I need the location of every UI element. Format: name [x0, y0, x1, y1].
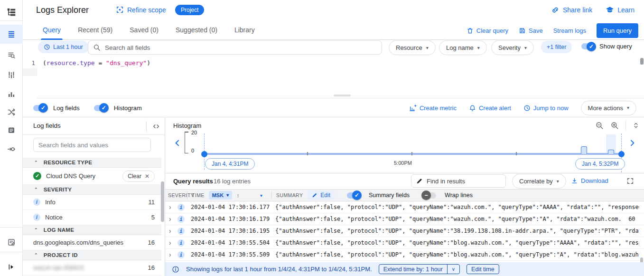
log-name-section-header[interactable]: ⌃ LOG NAME [23, 225, 161, 235]
axis-time-label: 5:00PM [394, 160, 412, 166]
collapse-expand-icon[interactable] [633, 122, 639, 129]
y-axis-min: 0 [191, 148, 194, 153]
summary-fields-toggle[interactable]: ✓ [347, 192, 360, 199]
expand-row-icon[interactable]: › [169, 227, 171, 235]
range-end-pill[interactable]: Jan 4, 5:32PM [575, 158, 625, 170]
nav-logs-storage-icon[interactable] [0, 121, 23, 140]
extra-filter-chip[interactable]: +1 filter [541, 41, 572, 53]
nav-log-router-icon[interactable] [0, 103, 23, 122]
query-editor[interactable]: 1 (resource.type = "dns_query") [23, 57, 644, 98]
time-column-header[interactable]: TIME [192, 192, 205, 198]
histogram-pan-right-icon[interactable] [627, 138, 637, 148]
learn-button[interactable]: Learn [606, 6, 635, 14]
save-button[interactable]: Save [519, 27, 543, 34]
summary-column-header[interactable]: SUMMARY [276, 192, 303, 198]
clear-query-button[interactable]: Clear query [467, 27, 508, 34]
nav-log-based-metrics-icon[interactable] [0, 66, 23, 85]
nav-logs-explorer-icon[interactable] [0, 25, 23, 44]
histogram-toggle[interactable]: ✓ [94, 105, 107, 111]
extend-time-button[interactable]: Extend time by: 1 hour ∨ [379, 264, 460, 274]
range-start-pill[interactable]: Jan 4, 4:31PM [205, 158, 255, 170]
log-row[interactable]: › i 2024-01-04 17:30:16.195 {"authAnswer… [165, 225, 644, 237]
project-id-section-header[interactable]: ⌃ PROJECT ID [23, 250, 161, 260]
create-alert-button[interactable]: Create alert [469, 105, 511, 112]
run-query-button[interactable]: Run query [597, 23, 638, 38]
download-button[interactable]: Download [571, 177, 608, 184]
wrap-lines-toggle[interactable]: − [423, 192, 436, 199]
zoom-out-icon[interactable] [595, 121, 604, 130]
tab-recent[interactable]: Recent (59) [69, 21, 121, 40]
histogram-plot[interactable]: 5:00PM [204, 132, 622, 160]
find-in-results-input[interactable] [427, 178, 501, 185]
histogram-bar[interactable] [608, 150, 614, 154]
selected-check-icon: ✓ [33, 172, 41, 180]
resource-type-section-header[interactable]: ⌃ RESOURCE TYPE [23, 158, 161, 168]
clear-resource-filter-button[interactable]: Clear ✕ [122, 171, 155, 182]
time-range-message: Showing logs for last 1 hour from 1/4/24… [186, 266, 372, 273]
search-all-fields-box [88, 40, 382, 55]
nav-logs-dashboard-icon[interactable] [0, 85, 23, 104]
expand-row-icon[interactable]: › [169, 203, 171, 211]
project-scope-badge[interactable]: Project [175, 5, 204, 15]
project-id-item[interactable]: wazuh-lab-358915 16 [23, 260, 161, 276]
release-notes-icon[interactable] [0, 233, 23, 252]
nav-logs-usage-icon[interactable] [0, 140, 23, 159]
time-column-menu-icon[interactable]: ▾ [260, 190, 262, 201]
time-range-chip[interactable]: Last 1 hour [38, 41, 89, 53]
histogram-bar[interactable] [581, 146, 587, 154]
show-query-toggle[interactable]: ✓ [581, 43, 595, 49]
resource-type-item-cloud-dns[interactable]: ✓ Cloud DNS Query Clear ✕ [23, 168, 161, 185]
editor-scrollbar[interactable] [640, 58, 644, 65]
chevron-down-icon: ▾ [426, 46, 429, 50]
create-metric-button[interactable]: Create metric [409, 104, 457, 112]
log-name-filter-dropdown[interactable]: Log name▾ [439, 40, 487, 55]
jump-to-now-button[interactable]: Jump to now [523, 105, 569, 112]
severity-count: 11 [149, 199, 155, 206]
editor-resize-handle[interactable] [334, 95, 351, 96]
chevron-down-icon[interactable]: ∨ [447, 265, 459, 274]
expand-row-icon[interactable]: › [169, 251, 171, 258]
refine-scope-button[interactable]: Refine scope [116, 6, 166, 14]
tab-saved[interactable]: Saved (0) [121, 21, 167, 40]
code-brackets-icon[interactable] [146, 121, 160, 132]
tab-suggested[interactable]: Suggested (0) [167, 21, 226, 40]
time-range-track[interactable] [204, 153, 622, 155]
log-row[interactable]: › i 2024-01-04 17:30:55.504 {"authAnswer… [165, 237, 644, 249]
fields-panel-scrollbar[interactable] [161, 181, 164, 222]
log-name-item[interactable]: dns.googleapis.com/dns_queries 16 [23, 235, 161, 250]
query-text[interactable]: (resource.type = "dns_query") [43, 59, 150, 67]
zoom-in-icon[interactable] [610, 121, 619, 130]
tab-library[interactable]: Library [226, 21, 263, 40]
histogram-pan-left-icon[interactable] [173, 138, 182, 148]
chevron-down-icon: ▾ [226, 193, 229, 198]
log-fields-toggle[interactable]: ✓ [33, 105, 47, 111]
stream-logs-button[interactable]: Stream logs [553, 27, 586, 34]
collapse-rail-icon[interactable] [0, 257, 23, 276]
more-actions-dropdown[interactable]: More actions▾ [581, 101, 636, 115]
edit-time-button[interactable]: Edit time [467, 264, 499, 274]
log-row[interactable]: › i 2024-01-04 17:30:16.177 {"authAnswer… [165, 201, 644, 213]
edit-summary-button[interactable]: Edit [308, 190, 335, 200]
severity-section-header[interactable]: ⌃ SEVERITY [23, 185, 161, 195]
range-start-handle[interactable] [201, 151, 207, 157]
fields-search-input[interactable] [38, 142, 146, 149]
expand-row-icon[interactable]: › [169, 215, 171, 223]
time-range-info-bar: Showing logs for last 1 hour from 1/4/24… [165, 262, 644, 276]
severity-item-info[interactable]: i Info 11 [23, 195, 161, 210]
sort-ascending-icon[interactable]: ↑ [236, 192, 240, 199]
log-row[interactable]: › i 2024-01-04 17:30:16.179 {"authAnswer… [165, 213, 644, 225]
nav-log-analytics-icon[interactable] [0, 46, 23, 65]
tab-query[interactable]: Query [34, 21, 69, 40]
timezone-selector[interactable]: MSK▾ [209, 191, 232, 200]
resource-filter-dropdown[interactable]: Resource▾ [389, 40, 436, 55]
log-row[interactable]: › i 2024-01-04 17:30:55.509 {"authAnswer… [165, 249, 644, 261]
severity-item-notice[interactable]: i Notice 5 [23, 210, 161, 225]
expand-row-icon[interactable]: › [169, 239, 171, 247]
correlate-by-dropdown[interactable]: Correlate by▾ [512, 174, 566, 189]
share-link-button[interactable]: Share link [551, 6, 592, 14]
severity-column-header[interactable]: SEVERITY [168, 190, 194, 201]
severity-filter-dropdown[interactable]: Severity▾ [491, 40, 534, 55]
search-all-fields-input[interactable] [105, 44, 377, 51]
fullscreen-icon[interactable] [626, 177, 634, 185]
range-end-handle[interactable] [618, 151, 625, 157]
